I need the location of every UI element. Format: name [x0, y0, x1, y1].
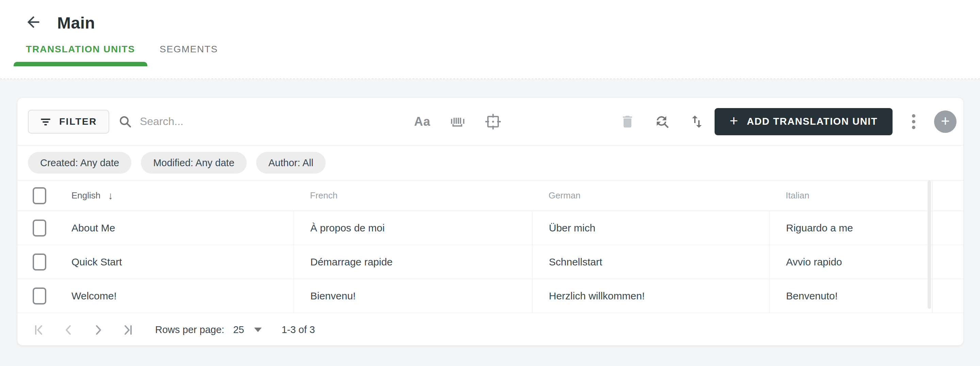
cell-german: Über mich — [532, 211, 769, 245]
first-page-icon — [33, 323, 46, 337]
rows-per-page-value[interactable]: 25 — [233, 324, 244, 336]
filter-icon — [40, 116, 51, 127]
trash-icon — [620, 114, 635, 130]
plus-icon: + — [730, 114, 738, 128]
column-header-spacer — [932, 181, 963, 211]
content-area: FILTER Aa — [0, 79, 980, 345]
cell-english: Quick Start — [72, 256, 122, 268]
cell-english: About Me — [72, 222, 115, 234]
cell-italian: Riguardo a me — [769, 211, 932, 245]
filter-chips-row: Created: Any date Modified: Any date Aut… — [18, 146, 963, 181]
filter-button[interactable]: FILTER — [28, 110, 109, 133]
table-toolbar: FILTER Aa — [18, 98, 963, 146]
first-page-button[interactable] — [33, 323, 46, 337]
table-header: English ↓ French German Italian — [18, 181, 963, 211]
chip-modified[interactable]: Modified: Any date — [141, 152, 247, 174]
rows-per-page-dropdown-icon[interactable] — [254, 328, 262, 332]
table-row[interactable]: About Me À propos de moi Über mich Rigua… — [18, 211, 963, 245]
next-page-icon — [91, 323, 105, 337]
active-tab-indicator — [14, 62, 147, 66]
search-mode-toggles: Aa — [414, 114, 501, 130]
delete-button[interactable] — [619, 114, 636, 130]
tab-segments[interactable]: SEGMENTS — [147, 33, 231, 66]
find-replace-icon — [654, 114, 670, 130]
row-checkbox[interactable] — [33, 220, 46, 236]
rows-per-page-label: Rows per page: — [155, 324, 224, 336]
cell-german: Schnellstart — [532, 245, 769, 279]
chip-created[interactable]: Created: Any date — [28, 152, 131, 174]
next-page-button[interactable] — [91, 323, 105, 337]
tab-segments-label: SEGMENTS — [159, 44, 218, 55]
row-checkbox[interactable] — [33, 287, 46, 304]
column-header-french[interactable]: French — [294, 190, 337, 201]
add-translation-unit-button[interactable]: + ADD TRANSLATION UNIT — [714, 108, 892, 135]
app-bar: Main TRANSLATION UNITS SEGMENTS — [0, 0, 980, 79]
vertical-scrollbar[interactable] — [928, 181, 931, 309]
toolbar-actions — [619, 114, 705, 130]
match-selection-toggle[interactable] — [485, 114, 501, 130]
kebab-icon — [911, 113, 916, 130]
cell-french: Démarrage rapide — [294, 245, 532, 279]
more-options-button[interactable] — [905, 114, 922, 130]
cell-italian: Avvio rapido — [769, 245, 932, 279]
column-header-german[interactable]: German — [532, 190, 581, 201]
sort-descending-icon[interactable]: ↓ — [108, 190, 113, 201]
column-header-english[interactable]: English — [72, 190, 100, 201]
search-box — [118, 114, 363, 129]
search-input[interactable] — [140, 115, 351, 128]
add-translation-unit-label: ADD TRANSLATION UNIT — [747, 116, 878, 127]
column-header-italian[interactable]: Italian — [769, 190, 809, 201]
cell-spacer — [932, 279, 963, 313]
fab-add-button[interactable]: + — [934, 111, 956, 133]
focus-frame-icon — [484, 113, 502, 130]
row-checkbox[interactable] — [33, 254, 46, 271]
sort-button[interactable] — [689, 114, 705, 130]
tab-translation-units-label: TRANSLATION UNITS — [26, 44, 135, 55]
arrow-left-icon — [24, 13, 42, 32]
sort-up-down-icon — [689, 114, 705, 130]
last-page-icon — [121, 323, 134, 337]
chip-author[interactable]: Author: All — [256, 152, 326, 174]
previous-page-icon — [62, 323, 76, 337]
translation-units-card: FILTER Aa — [17, 98, 964, 345]
tab-bar: TRANSLATION UNITS SEGMENTS — [0, 33, 980, 66]
cell-spacer — [932, 211, 963, 245]
pagination-bar: Rows per page: 25 1-3 of 3 — [18, 313, 963, 345]
pagination-range: 1-3 of 3 — [282, 324, 315, 336]
cell-french: À propos de moi — [294, 211, 532, 245]
filter-button-label: FILTER — [59, 116, 97, 127]
table-row[interactable]: Welcome! Bienvenu! Herzlich willkommen! … — [18, 279, 963, 313]
search-icon — [118, 114, 132, 129]
match-case-icon: Aa — [414, 114, 430, 129]
match-whole-word-toggle[interactable] — [450, 114, 466, 130]
back-button[interactable] — [24, 13, 43, 32]
whole-word-icon — [449, 113, 466, 130]
cell-english: Welcome! — [72, 290, 117, 302]
cell-french: Bienvenu! — [294, 279, 532, 313]
select-all-checkbox[interactable] — [33, 187, 46, 204]
match-case-toggle[interactable]: Aa — [414, 114, 430, 130]
cell-german: Herzlich willkommen! — [532, 279, 769, 313]
find-replace-button[interactable] — [654, 114, 670, 130]
cell-italian: Benvenuto! — [769, 279, 932, 313]
table-row[interactable]: Quick Start Démarrage rapide Schnellstar… — [18, 245, 963, 279]
fab-plus-icon: + — [941, 111, 950, 132]
cell-spacer — [932, 245, 963, 279]
previous-page-button[interactable] — [62, 323, 76, 337]
page-title: Main — [57, 14, 95, 32]
last-page-button[interactable] — [121, 323, 134, 337]
tab-translation-units[interactable]: TRANSLATION UNITS — [14, 33, 147, 66]
